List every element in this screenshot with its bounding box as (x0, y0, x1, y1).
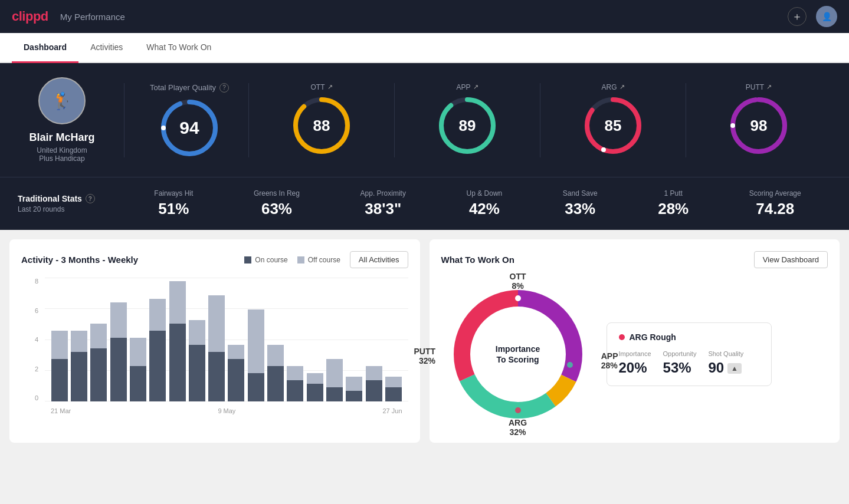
player-country: United Kingdom (37, 146, 87, 154)
main-content: Activity - 3 Months - Weekly On course O… (0, 230, 849, 452)
segment-label-ott: OTT 8% (510, 272, 526, 291)
trad-stats-title-text: Traditional Stats (18, 194, 82, 203)
bar-group (169, 278, 186, 401)
app-trend-icon: ↗ (473, 83, 478, 91)
score-app: APP ↗ 89 (394, 83, 540, 157)
total-quality-label: Total Player Quality ? (150, 83, 229, 93)
header-left: clippd My Performance (12, 9, 125, 24)
arg-trend-icon: ↗ (619, 83, 625, 91)
nav-tabs: Dashboard Activities What To Work On (0, 33, 849, 63)
segment-label-putt: PUTT 32% (414, 347, 436, 365)
total-quality: Total Player Quality ? 94 (142, 83, 248, 157)
ott-value: 88 (313, 116, 330, 134)
activity-controls: On course Off course All Activities (244, 251, 408, 268)
ott-trend-icon: ↗ (327, 83, 333, 91)
bar-group (346, 278, 363, 401)
trad-stats-help[interactable]: ? (86, 194, 95, 203)
work-card-header: What To Work On View Dashboard (441, 251, 828, 268)
bar-group (70, 278, 87, 401)
tab-what-to-work-on[interactable]: What To Work On (135, 33, 223, 63)
stat-scoring: Scoring Average 74.28 (749, 189, 801, 218)
trad-stats-subtitle: Last 20 rounds (18, 205, 124, 213)
metric-opportunity: Opportunity 53% (663, 350, 697, 376)
total-quality-value: 94 (179, 118, 199, 138)
bar-group (51, 278, 68, 401)
donut-center-label: Importance To Scoring (496, 344, 540, 365)
trad-stats-label: Traditional Stats ? Last 20 rounds (18, 194, 124, 213)
header-right: ＋ 👤 (788, 6, 837, 27)
stat-proximity: App. Proximity 38'3" (360, 189, 406, 218)
svg-point-20 (515, 295, 521, 301)
x-axis-labels: 21 Mar 9 May 27 Jun (45, 403, 408, 419)
avatar: 🏌️ (38, 77, 86, 124)
legend-off-course: Off course (297, 256, 340, 264)
off-course-icon (297, 256, 304, 263)
work-card: What To Work On View Dashboard (430, 239, 840, 443)
y-axis-labels: 8 6 4 2 0 (21, 278, 42, 401)
add-button[interactable]: ＋ (788, 7, 807, 26)
score-ott: OTT ↗ 88 (248, 83, 394, 157)
bar-group (385, 278, 402, 401)
bar-group (365, 278, 382, 401)
tab-dashboard[interactable]: Dashboard (12, 33, 78, 63)
bar-group (90, 278, 107, 401)
putt-trend-icon: ↗ (766, 83, 772, 91)
bar-group (228, 278, 245, 401)
bars-area (45, 278, 408, 401)
arg-value: 85 (605, 116, 622, 134)
bar-group (208, 278, 225, 401)
score-arg: ARG ↗ 85 (540, 83, 686, 157)
svg-rect-13 (244, 256, 251, 263)
player-handicap: Plus Handicap (39, 154, 84, 163)
stat-sandsave: Sand Save 33% (563, 189, 598, 218)
metric-importance: Importance 20% (619, 350, 651, 376)
segment-label-app: APP 28% (601, 351, 618, 370)
svg-rect-14 (297, 256, 304, 263)
chart-legend: On course Off course (244, 256, 340, 264)
app-value: 89 (459, 116, 476, 134)
svg-point-21 (567, 362, 573, 368)
chart-area: 8 6 4 2 0 21 Mar 9 May 27 Jun (21, 278, 408, 419)
player-info: 🏌️ Blair McHarg United Kingdom Plus Hand… (18, 77, 124, 163)
logo-text: clippd (12, 9, 48, 24)
stat-greens: Greens In Reg 63% (254, 189, 300, 218)
total-quality-circle: 94 (160, 98, 219, 157)
bar-group (287, 278, 304, 401)
tab-activities[interactable]: Activities (78, 33, 135, 63)
view-dashboard-button[interactable]: View Dashboard (754, 251, 828, 268)
info-card-dot (619, 334, 625, 340)
on-course-icon (244, 256, 251, 263)
info-metrics: Importance 20% Opportunity 53% Shot Qual… (619, 350, 759, 376)
activity-card: Activity - 3 Months - Weekly On course O… (9, 239, 420, 443)
putt-value: 98 (750, 116, 768, 134)
bar-group (247, 278, 264, 401)
work-card-title: What To Work On (441, 255, 514, 265)
hero-inner: 🏌️ Blair McHarg United Kingdom Plus Hand… (18, 77, 831, 163)
user-avatar-button[interactable]: 👤 (816, 6, 837, 27)
segment-label-arg: ARG 32% (509, 418, 527, 437)
legend-on-course: On course (244, 256, 287, 264)
donut-chart-container: Importance To Scoring OTT 8% APP 28% ARG… (441, 278, 595, 431)
stat-items: Fairways Hit 51% Greens In Reg 63% App. … (124, 189, 831, 218)
header-title: My Performance (60, 12, 125, 22)
info-card-title: ARG Rough (619, 332, 759, 342)
activity-chart-title: Activity - 3 Months - Weekly (21, 255, 138, 265)
score-putt: PUTT ↗ 98 (686, 83, 831, 157)
bar-group (188, 278, 205, 401)
header: clippd My Performance ＋ 👤 (0, 0, 849, 33)
stat-updown: Up & Down 42% (467, 189, 503, 218)
metric-shot-quality: Shot Quality 90 ▲ (708, 350, 743, 376)
stat-fairways: Fairways Hit 51% (154, 189, 193, 218)
bar-group (267, 278, 284, 401)
total-quality-help[interactable]: ? (219, 83, 229, 93)
logo: clippd (12, 9, 48, 24)
bar-group (326, 278, 343, 401)
bar-group (306, 278, 323, 401)
app-circle: 89 (438, 96, 497, 155)
ott-circle: 88 (292, 96, 351, 155)
work-content: Importance To Scoring OTT 8% APP 28% ARG… (441, 278, 828, 431)
all-activities-button[interactable]: All Activities (350, 251, 408, 268)
player-name: Blair McHarg (29, 131, 94, 144)
hero-section: 🏌️ Blair McHarg United Kingdom Plus Hand… (0, 63, 849, 177)
bar-group (129, 278, 146, 401)
